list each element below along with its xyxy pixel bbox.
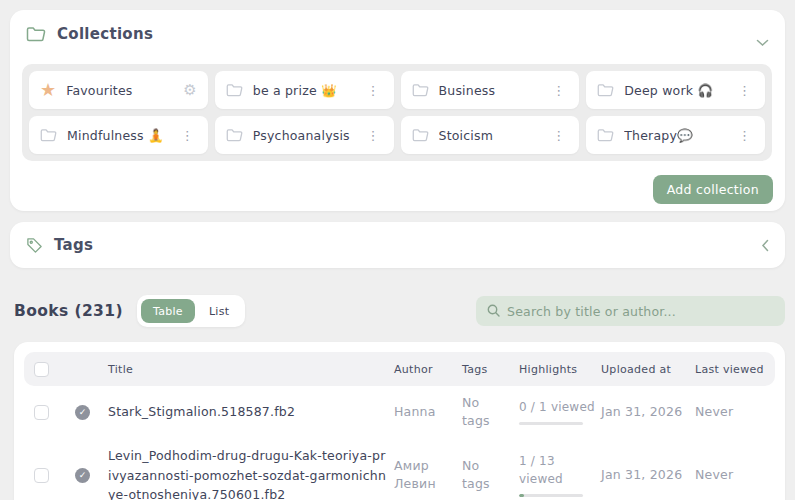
collection-card[interactable]: Deep work 🎧 ⋮ xyxy=(586,71,765,109)
collection-label: Business xyxy=(439,83,540,98)
collections-header: Collections xyxy=(10,10,785,43)
table-row[interactable]: ✓ Stark_Stigmalion.518587.fb2 Hanna No t… xyxy=(24,386,775,438)
books-heading: Books (231) xyxy=(14,302,123,320)
chevron-down-icon[interactable] xyxy=(756,36,769,49)
search-bar[interactable] xyxy=(476,296,785,326)
collection-label: Therapy💬 xyxy=(624,128,725,143)
collections-panel: Collections ★ Favourites ⚙ be a prize 👑 … xyxy=(10,10,785,211)
table-header-row: Title Author Tags Highlights Uploaded at… xyxy=(24,352,775,386)
book-title[interactable]: Stark_Stigmalion.518587.fb2 xyxy=(108,402,394,421)
book-author: Hanna xyxy=(394,403,462,421)
folder-icon xyxy=(40,128,57,142)
add-collection-button[interactable]: Add collection xyxy=(653,175,773,204)
table-view-button[interactable]: Table xyxy=(141,299,195,323)
book-uploaded-at: Jan 31, 2026 xyxy=(601,403,695,421)
column-title: Title xyxy=(108,363,394,376)
collection-label: Deep work 🎧 xyxy=(624,83,725,98)
book-title[interactable]: Levin_Podhodim-drug-drugu-Kak-teoriya-pr… xyxy=(108,446,394,500)
row-checkbox[interactable] xyxy=(34,405,49,420)
folder-icon xyxy=(226,128,243,142)
collections-title: Collections xyxy=(57,25,153,43)
column-uploaded-at: Uploaded at xyxy=(601,363,695,376)
book-uploaded-at: Jan 31, 2026 xyxy=(601,466,695,484)
book-author: Амир Левин xyxy=(394,457,462,493)
book-tags: No tags xyxy=(462,457,519,493)
row-checkbox[interactable] xyxy=(34,468,49,483)
chevron-left-icon[interactable] xyxy=(761,239,769,254)
folder-icon xyxy=(26,26,46,42)
search-input[interactable] xyxy=(507,304,774,319)
kebab-menu-icon[interactable]: ⋮ xyxy=(735,82,754,99)
highlights-text: 1 / 13 viewed xyxy=(519,454,563,485)
collection-label: Psychoanalysis 👻 xyxy=(253,128,354,143)
kebab-menu-icon[interactable]: ⋮ xyxy=(549,127,568,144)
tag-icon xyxy=(26,237,43,254)
collections-grid: ★ Favourites ⚙ be a prize 👑 ⋮ Business ⋮… xyxy=(22,64,772,161)
book-highlights: 1 / 13 viewed xyxy=(519,453,601,497)
collection-label: Favourites xyxy=(66,83,173,98)
check-circle-icon: ✓ xyxy=(75,405,90,420)
collection-card-favourites[interactable]: ★ Favourites ⚙ xyxy=(29,71,208,109)
collection-label: Stoicism xyxy=(439,128,540,143)
progress-bar xyxy=(519,494,583,497)
highlights-text: 0 / 1 viewed xyxy=(519,400,595,414)
gear-icon[interactable]: ⚙ xyxy=(183,83,196,98)
collection-card[interactable]: Therapy💬 ⋮ xyxy=(586,116,765,154)
kebab-menu-icon[interactable]: ⋮ xyxy=(549,82,568,99)
table-row[interactable]: ✓ Levin_Podhodim-drug-drugu-Kak-teoriya-… xyxy=(24,438,775,500)
tags-header: Tags xyxy=(10,222,785,254)
book-highlights: 0 / 1 viewed xyxy=(519,399,601,425)
column-highlights: Highlights xyxy=(519,363,601,376)
collection-label: Mindfulness 🧘 xyxy=(67,128,168,143)
star-icon: ★ xyxy=(40,81,56,99)
kebab-menu-icon[interactable]: ⋮ xyxy=(364,127,383,144)
kebab-menu-icon[interactable]: ⋮ xyxy=(735,127,754,144)
collection-label: be a prize 👑 xyxy=(253,83,354,98)
collection-card[interactable]: be a prize 👑 ⋮ xyxy=(215,71,394,109)
books-toolbar: Books (231) Table List xyxy=(14,295,785,327)
search-icon xyxy=(487,302,500,321)
folder-icon xyxy=(412,128,429,142)
collection-card[interactable]: Psychoanalysis 👻 ⋮ xyxy=(215,116,394,154)
folder-icon xyxy=(226,83,243,97)
books-table: Title Author Tags Highlights Uploaded at… xyxy=(14,342,785,500)
collection-card[interactable]: Stoicism ⋮ xyxy=(401,116,580,154)
tags-title: Tags xyxy=(54,236,93,254)
tags-panel: Tags xyxy=(10,222,785,268)
select-all-checkbox[interactable] xyxy=(34,362,49,377)
kebab-menu-icon[interactable]: ⋮ xyxy=(364,82,383,99)
book-last-viewed: Never xyxy=(695,403,765,421)
list-view-button[interactable]: List xyxy=(197,299,241,323)
progress-bar xyxy=(519,422,583,425)
collection-card[interactable]: Business ⋮ xyxy=(401,71,580,109)
column-last-viewed: Last viewed xyxy=(695,363,765,376)
kebab-menu-icon[interactable]: ⋮ xyxy=(178,127,197,144)
book-tags: No tags xyxy=(462,394,519,430)
folder-icon xyxy=(597,128,614,142)
folder-icon xyxy=(412,83,429,97)
collection-card[interactable]: Mindfulness 🧘 ⋮ xyxy=(29,116,208,154)
column-author: Author xyxy=(394,363,462,376)
book-last-viewed: Never xyxy=(695,466,765,484)
column-tags: Tags xyxy=(462,363,519,376)
view-toggle: Table List xyxy=(137,295,245,327)
folder-icon xyxy=(597,83,614,97)
check-circle-icon: ✓ xyxy=(75,468,90,483)
